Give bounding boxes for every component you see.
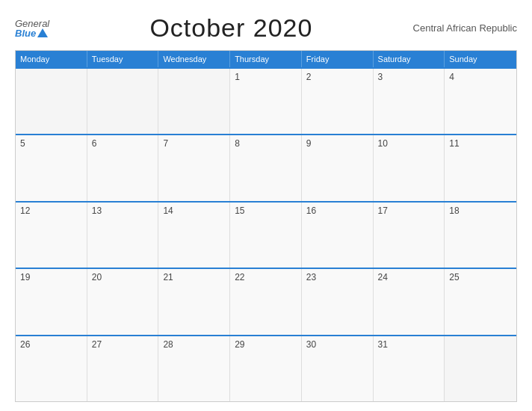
day-cell-5: 5 [16, 135, 87, 200]
day-cell-25: 25 [445, 269, 516, 334]
calendar-header-row: Monday Tuesday Wednesday Thursday Friday… [16, 51, 516, 67]
day-cell [16, 69, 87, 134]
day-cell-3: 3 [374, 69, 445, 134]
day-cell-7: 7 [158, 135, 230, 200]
day-cell-18: 18 [445, 203, 516, 268]
week-row-1: 1 2 3 4 [16, 67, 516, 134]
day-cell-13: 13 [87, 203, 159, 268]
day-cell-16: 16 [302, 203, 374, 268]
day-cell-21: 21 [158, 269, 230, 334]
header-thursday: Thursday [230, 51, 302, 67]
day-cell-27: 27 [87, 336, 159, 401]
week-row-5: 26 27 28 29 30 31 [16, 335, 516, 401]
day-cell-15: 15 [230, 203, 302, 268]
logo-general-text: General [15, 19, 49, 28]
day-cell-12: 12 [16, 203, 87, 268]
day-cell-17: 17 [374, 203, 445, 268]
page-header: General Blue October 2020 Central Africa… [15, 13, 517, 43]
day-cell-31: 31 [374, 336, 445, 401]
header-friday: Friday [302, 51, 374, 67]
day-cell-8: 8 [230, 135, 302, 200]
week-row-3: 12 13 14 15 16 17 18 [16, 201, 516, 268]
day-cell-14: 14 [158, 203, 230, 268]
day-cell-28: 28 [158, 336, 230, 401]
day-cell-29: 29 [230, 336, 302, 401]
week-row-2: 5 6 7 8 9 10 11 [16, 134, 516, 200]
calendar-page: General Blue October 2020 Central Africa… [0, 0, 532, 411]
day-cell-11: 11 [445, 135, 516, 200]
day-cell-23: 23 [302, 269, 374, 334]
day-cell-4: 4 [445, 69, 516, 134]
header-wednesday: Wednesday [158, 51, 230, 67]
calendar-grid: Monday Tuesday Wednesday Thursday Friday… [15, 50, 517, 402]
day-cell-10: 10 [374, 135, 445, 200]
day-cell [445, 336, 516, 401]
calendar-subtitle: Central African Republic [413, 22, 517, 34]
day-cell-9: 9 [302, 135, 374, 200]
day-cell-22: 22 [230, 269, 302, 334]
day-cell [87, 69, 159, 134]
day-cell [158, 69, 230, 134]
header-tuesday: Tuesday [87, 51, 159, 67]
logo-blue-text: Blue [15, 28, 49, 38]
day-cell-1: 1 [230, 69, 302, 134]
logo: General Blue [15, 19, 49, 38]
header-sunday: Sunday [445, 51, 516, 67]
calendar-title: October 2020 [149, 13, 312, 43]
header-monday: Monday [16, 51, 87, 67]
day-cell-30: 30 [302, 336, 374, 401]
header-saturday: Saturday [374, 51, 445, 67]
day-cell-2: 2 [302, 69, 374, 134]
day-cell-24: 24 [374, 269, 445, 334]
week-row-4: 19 20 21 22 23 24 25 [16, 268, 516, 334]
day-cell-20: 20 [87, 269, 159, 334]
day-cell-6: 6 [87, 135, 159, 200]
day-cell-26: 26 [16, 336, 87, 401]
day-cell-19: 19 [16, 269, 87, 334]
logo-triangle-icon [37, 28, 48, 37]
